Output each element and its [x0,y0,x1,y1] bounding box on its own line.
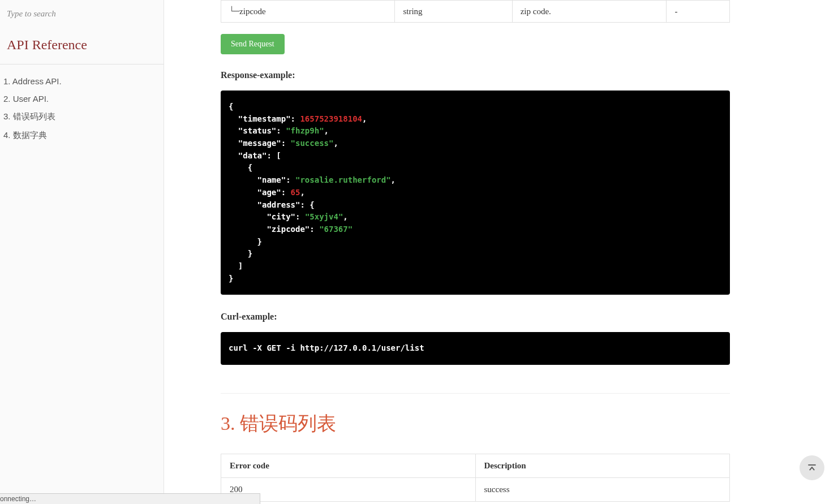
curl-code-block: curl -X GET -i http://127.0.0.1/user/lis… [221,332,730,365]
response-code-block: { "timestamp": 1657523918104, "status": … [221,91,730,295]
table-row: └─zipcode string zip code. - [221,1,730,23]
curl-example-label: Curl-example: [221,312,730,322]
section-3-heading: 3. 错误码列表 [221,393,730,437]
sidebar-title: API Reference [0,27,164,64]
nav-item-user[interactable]: 2. User API. [0,90,164,107]
table-header-row: Error code Description [221,454,730,478]
error-desc-cell: success [475,478,730,502]
param-type: string [395,1,512,23]
error-code-header: Error code [221,454,476,478]
nav-item-address[interactable]: 1. Address API. [0,72,164,90]
search-box [0,0,164,27]
main-content: └─zipcode string zip code. - Send Reques… [164,0,787,504]
status-bar: onnecting… [0,493,260,504]
param-field-cell: └─zipcode [221,1,395,23]
back-to-top-button[interactable] [800,455,824,480]
param-since: - [667,1,730,23]
error-table: Error code Description 200 success [221,454,730,502]
param-field: zipcode [239,7,266,16]
response-example-label: Response-example: [221,70,730,80]
nav-item-dict[interactable]: 4. 数据字典 [0,126,164,145]
chevron-top-icon [806,462,818,473]
nav-item-errors[interactable]: 3. 错误码列表 [0,107,164,126]
param-desc: zip code. [512,1,667,23]
tree-prefix: └─ [229,6,239,16]
description-header: Description [475,454,730,478]
sidebar: API Reference 1. Address API. 2. User AP… [0,0,164,504]
params-table: └─zipcode string zip code. - [221,0,730,23]
search-input[interactable] [7,9,157,19]
send-request-button[interactable]: Send Request [221,34,285,54]
table-row: 200 success [221,478,730,502]
nav-list: 1. Address API. 2. User API. 3. 错误码列表 4.… [0,64,164,153]
